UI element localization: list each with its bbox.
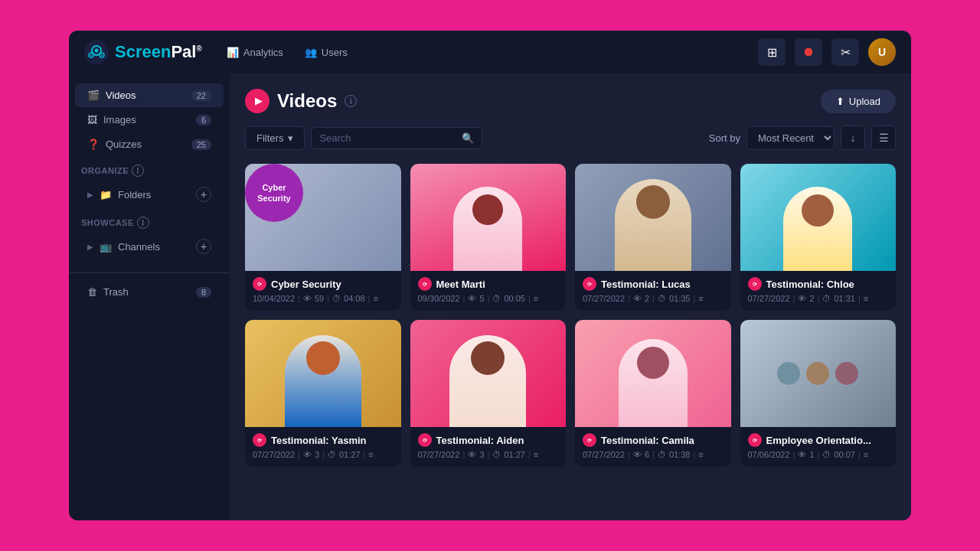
header: ScreenPal® 📊 Analytics 👥 Users ⊞ ⏺ ✂ xyxy=(69,31,911,73)
images-count-badge: 6 xyxy=(196,115,211,126)
search-box: 🔍 xyxy=(311,127,482,149)
video-card-testimonial-yasmin[interactable]: ⟳ Testimonial: Yasmin 07/27/2022 | 👁 3 |… xyxy=(245,320,401,467)
video-date: 07/27/2022 xyxy=(583,294,625,303)
add-folder-button[interactable]: + xyxy=(196,187,211,202)
menu-icon[interactable]: ≡ xyxy=(864,294,868,303)
video-meta: 09/30/2022 | 👁 5 | ⏱ 00:05 | ≡ xyxy=(418,294,559,303)
menu-icon[interactable]: ≡ xyxy=(698,294,703,303)
sidebar-item-folders[interactable]: ▶ 📁 Folders + xyxy=(75,181,224,208)
content-header: ▶ Videos i ⬆ Upload xyxy=(245,89,896,113)
sidebar-item-videos[interactable]: 🎬 Videos 22 xyxy=(75,83,224,107)
sidebar-item-quizzes[interactable]: ❓ Quizzes 25 xyxy=(75,132,224,156)
page-title: ▶ Videos i xyxy=(245,89,357,113)
channels-icon: 📺 xyxy=(100,241,112,253)
svg-text:⟳: ⟳ xyxy=(753,438,758,443)
video-card-testimonial-camila[interactable]: ⟳ Testimonial: Camila 07/27/2022 | 👁 6 |… xyxy=(575,320,731,467)
sidebar-trash-label: Trash xyxy=(103,286,129,298)
video-card-testimonial-aiden[interactable]: ⟳ Testimonial: Aiden 07/27/2022 | 👁 3 | … xyxy=(410,320,567,467)
video-meta: 07/27/2022 | 👁 3 | ⏱ 01:27 | ≡ xyxy=(253,450,394,459)
nav-users[interactable]: 👥 Users xyxy=(296,42,357,63)
svg-text:⟳: ⟳ xyxy=(587,282,593,287)
trash-icon: 🗑 xyxy=(87,286,97,298)
clock-icon: ⏱ xyxy=(822,294,831,303)
video-date: 09/30/2022 xyxy=(418,294,460,303)
clock-icon: ⏱ xyxy=(658,450,666,459)
capture-button[interactable]: ⊞ xyxy=(758,38,786,66)
filter-bar: Filters ▾ 🔍 Sort by Most Recent ↓ xyxy=(245,126,896,150)
eye-icon: 👁 xyxy=(798,450,806,459)
nav-analytics[interactable]: 📊 Analytics xyxy=(217,42,292,63)
sidebar-item-images[interactable]: 🖼 Images 6 xyxy=(75,108,224,132)
eye-icon: 👁 xyxy=(303,450,312,459)
record-button[interactable]: ⏺ xyxy=(795,38,822,66)
video-info: ⟳ Testimonial: Aiden 07/27/2022 | 👁 3 | … xyxy=(410,427,567,467)
organize-section-label: Organize i xyxy=(69,157,230,180)
sort-direction-button[interactable]: ↓ xyxy=(841,126,865,150)
avatar[interactable]: U xyxy=(868,38,896,66)
nav-users-label: Users xyxy=(322,47,348,58)
menu-icon[interactable]: ≡ xyxy=(534,450,538,459)
sidebar-item-trash[interactable]: 🗑 Trash 8 xyxy=(75,280,224,304)
video-link-icon: ⟳ xyxy=(583,433,596,447)
video-views: 6 xyxy=(645,450,649,459)
logo-screen-text: Screen xyxy=(115,42,171,61)
menu-icon[interactable]: ≡ xyxy=(864,450,868,459)
video-card-employee-orientation[interactable]: ⟳ Employee Orientatio... 07/06/2022 | 👁 … xyxy=(740,320,897,467)
svg-point-2 xyxy=(95,49,99,53)
header-nav: 📊 Analytics 👥 Users xyxy=(217,42,357,63)
video-thumb xyxy=(410,320,567,427)
video-date: 07/27/2022 xyxy=(748,294,790,303)
filters-label: Filters xyxy=(256,132,283,144)
video-title-text: Testimonial: Yasmin xyxy=(271,435,367,446)
list-view-icon: ☰ xyxy=(879,132,889,144)
sort-area: Sort by Most Recent ↓ ☰ xyxy=(709,126,896,150)
showcase-label-text: Showcase xyxy=(81,218,134,227)
clock-icon: ⏱ xyxy=(822,450,831,459)
search-icon[interactable]: 🔍 xyxy=(462,132,474,144)
edit-button[interactable]: ✂ xyxy=(831,38,859,66)
users-icon: 👥 xyxy=(305,47,317,58)
analytics-icon: 📊 xyxy=(227,47,239,58)
menu-icon[interactable]: ≡ xyxy=(534,294,538,303)
showcase-info-icon[interactable]: i xyxy=(137,217,149,229)
eye-icon: 👁 xyxy=(468,450,476,459)
video-card-testimonial-chloe[interactable]: ⟳ Testimonial: Chloe 07/27/2022 | 👁 2 | … xyxy=(740,164,897,311)
menu-icon[interactable]: ≡ xyxy=(373,294,377,303)
upload-label: Upload xyxy=(849,96,880,107)
video-thumb xyxy=(575,164,731,271)
search-input[interactable] xyxy=(319,132,457,144)
organize-info-icon[interactable]: i xyxy=(132,165,144,177)
video-thumb xyxy=(740,164,897,271)
menu-icon[interactable]: ≡ xyxy=(368,450,373,459)
video-info: ⟳ Employee Orientatio... 07/06/2022 | 👁 … xyxy=(740,427,897,467)
sidebar-videos-label: Videos xyxy=(106,90,136,101)
filters-button[interactable]: Filters ▾ xyxy=(245,126,305,150)
video-info: ⟳ Meet Marti 09/30/2022 | 👁 5 | ⏱ 00:05 … xyxy=(410,271,567,311)
sidebar-item-channels[interactable]: ▶ 📺 Channels + xyxy=(75,233,224,260)
svg-text:⟳: ⟳ xyxy=(257,282,263,287)
clock-icon: ⏱ xyxy=(328,450,336,459)
video-card-testimonial-lucas[interactable]: ⟳ Testimonial: Lucas 07/27/2022 | 👁 2 | … xyxy=(575,164,731,311)
video-card-meet-marti[interactable]: ⟳ Meet Marti 09/30/2022 | 👁 5 | ⏱ 00:05 … xyxy=(410,164,567,311)
video-card-cyber-security[interactable]: CyberSecurity ⟳ Cyber Security 10/04/202… xyxy=(245,164,401,311)
video-thumb xyxy=(575,320,731,427)
showcase-section-label: Showcase i xyxy=(69,209,230,232)
clock-icon: ⏱ xyxy=(658,294,666,303)
filters-chevron-icon: ▾ xyxy=(288,132,293,144)
record-icon: ⏺ xyxy=(802,45,815,59)
svg-text:⟳: ⟳ xyxy=(423,282,428,287)
video-title: ⟳ Testimonial: Chloe xyxy=(748,277,889,291)
sort-label: Sort by xyxy=(709,132,740,144)
menu-icon[interactable]: ≡ xyxy=(698,450,703,459)
sort-direction-icon: ↓ xyxy=(851,132,856,144)
page-info-icon[interactable]: i xyxy=(345,95,357,107)
video-views: 2 xyxy=(645,294,649,303)
upload-button[interactable]: ⬆ Upload xyxy=(821,90,896,113)
add-channel-button[interactable]: + xyxy=(196,239,211,254)
video-link-icon: ⟳ xyxy=(418,433,432,447)
folders-icon: 📁 xyxy=(100,189,112,201)
video-link-icon: ⟳ xyxy=(583,277,596,291)
sidebar-channels-label: Channels xyxy=(118,241,160,253)
sort-select[interactable]: Most Recent xyxy=(746,126,835,150)
list-view-button[interactable]: ☰ xyxy=(871,126,896,150)
